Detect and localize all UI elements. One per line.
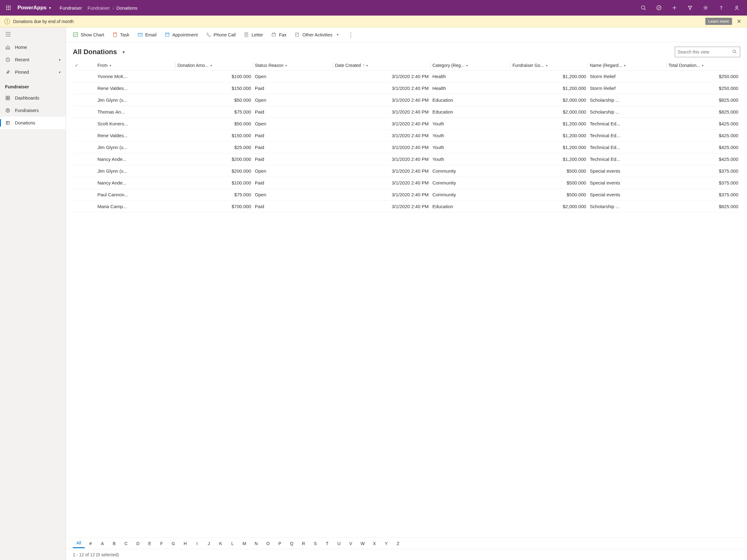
more-commands-button[interactable]: ⋮ bbox=[344, 30, 358, 40]
email-button[interactable]: Email bbox=[134, 30, 160, 39]
alpha-filter-w[interactable]: W bbox=[357, 539, 368, 548]
table-row[interactable]: Paul Cannon...$75.000Open3/1/2020 2:40 P… bbox=[73, 189, 740, 201]
alpha-filter-all[interactable]: All bbox=[73, 538, 85, 548]
row-checkbox[interactable] bbox=[73, 177, 96, 189]
alpha-filter-g[interactable]: G bbox=[168, 539, 179, 548]
column-header-from[interactable]: From▾ bbox=[96, 60, 176, 71]
alpha-filter-b[interactable]: B bbox=[108, 539, 120, 548]
table-row[interactable]: Yvonne McK...$100.000Open3/1/2020 2:40 P… bbox=[73, 71, 740, 82]
settings-button[interactable] bbox=[698, 0, 713, 16]
add-button[interactable] bbox=[667, 0, 682, 16]
cell-category: Education bbox=[431, 201, 511, 212]
row-checkbox[interactable] bbox=[73, 165, 96, 177]
alpha-filter-k[interactable]: K bbox=[215, 539, 227, 548]
search-button[interactable] bbox=[636, 0, 651, 16]
svg-rect-6 bbox=[6, 9, 7, 10]
alpha-filter-t[interactable]: T bbox=[321, 539, 333, 548]
table-row[interactable]: Jim Glynn (s...$50.000Open3/1/2020 2:40 … bbox=[73, 94, 740, 106]
alpha-filter-o[interactable]: O bbox=[262, 539, 274, 548]
breadcrumb-parent[interactable]: Fundraiser bbox=[87, 5, 110, 10]
alpha-filter-z[interactable]: Z bbox=[392, 539, 404, 548]
appointment-button[interactable]: Appointment bbox=[161, 30, 201, 39]
grid-footer: 1 - 12 of 12 (0 selected) bbox=[66, 549, 747, 560]
column-header-status[interactable]: Status Reason▾ bbox=[253, 60, 333, 71]
alpha-filter-c[interactable]: C bbox=[120, 539, 132, 548]
table-row[interactable]: Jim Glynn (s...$25.000Paid3/1/2020 2:40 … bbox=[73, 141, 740, 153]
row-checkbox[interactable] bbox=[73, 106, 96, 118]
phone-call-button[interactable]: Phone Call bbox=[202, 30, 239, 39]
alpha-filter-n[interactable]: N bbox=[250, 539, 262, 548]
table-row[interactable]: Nancy Ande...$100.000Paid3/1/2020 2:40 P… bbox=[73, 177, 740, 189]
alpha-filter-p[interactable]: P bbox=[274, 539, 286, 548]
learn-more-button[interactable]: Learn more bbox=[705, 18, 732, 25]
cell-amount: $100.000 bbox=[176, 177, 253, 189]
sidebar-item-fundraisers[interactable]: Fundraisers bbox=[0, 104, 66, 117]
sidebar-toggle-button[interactable] bbox=[0, 27, 66, 41]
close-notification-button[interactable]: ✕ bbox=[735, 18, 743, 25]
view-search-box[interactable] bbox=[675, 47, 740, 57]
table-row[interactable]: Maria Camp...$700.000Paid3/1/2020 2:40 P… bbox=[73, 201, 740, 212]
table-row[interactable]: Thomas An...$75.000Paid3/1/2020 2:40 PME… bbox=[73, 106, 740, 118]
table-row[interactable]: Rene Valdes...$150.000Paid3/1/2020 2:40 … bbox=[73, 130, 740, 141]
search-input[interactable] bbox=[677, 50, 732, 54]
svg-line-10 bbox=[644, 9, 646, 10]
column-header-total[interactable]: Total Donation...▾ bbox=[667, 60, 740, 71]
row-checkbox[interactable] bbox=[73, 71, 96, 82]
column-header-name[interactable]: Name (Regard...▾ bbox=[588, 60, 667, 71]
email-label: Email bbox=[145, 32, 157, 37]
row-checkbox[interactable] bbox=[73, 118, 96, 130]
alpha-filter-x[interactable]: X bbox=[368, 539, 380, 548]
alpha-filter-u[interactable]: U bbox=[333, 539, 345, 548]
table-row[interactable]: Jim Glynn (s...$200.000Open3/1/2020 2:40… bbox=[73, 165, 740, 177]
column-header-amount[interactable]: Donation Amo...▾ bbox=[176, 60, 253, 71]
table-row[interactable]: Nancy Ande...$200.000Paid3/1/2020 2:40 P… bbox=[73, 153, 740, 165]
select-all-checkbox[interactable]: ✓ bbox=[73, 60, 96, 71]
alpha-filter-l[interactable]: L bbox=[227, 539, 238, 548]
row-checkbox[interactable] bbox=[73, 153, 96, 165]
row-checkbox[interactable] bbox=[73, 141, 96, 153]
help-button[interactable] bbox=[713, 0, 729, 16]
alpha-filter-i[interactable]: I bbox=[191, 539, 203, 548]
alpha-filter-j[interactable]: J bbox=[203, 539, 215, 548]
task-button[interactable]: Task bbox=[109, 30, 133, 39]
column-header-goal[interactable]: Fundraiser Go...▾ bbox=[511, 60, 588, 71]
row-checkbox[interactable] bbox=[73, 94, 96, 106]
sidebar-item-home[interactable]: Home bbox=[0, 41, 66, 54]
sidebar-item-recent[interactable]: Recent ▾ bbox=[0, 54, 66, 66]
sidebar-item-pinned[interactable]: Pinned ▾ bbox=[0, 66, 66, 78]
alpha-filter-a[interactable]: A bbox=[97, 539, 108, 548]
row-checkbox[interactable] bbox=[73, 130, 96, 141]
filter-button[interactable] bbox=[682, 0, 698, 16]
app-name-dropdown[interactable]: PowerApps ▾ bbox=[14, 5, 54, 11]
sidebar-item-donations[interactable]: Donations bbox=[0, 117, 66, 129]
alpha-filter-m[interactable]: M bbox=[238, 539, 250, 548]
other-activities-button[interactable]: Other Activities▾ bbox=[291, 30, 342, 39]
alpha-filter-#[interactable]: # bbox=[85, 539, 97, 548]
row-checkbox[interactable] bbox=[73, 201, 96, 212]
show-chart-button[interactable]: Show Chart bbox=[69, 30, 108, 39]
letter-button[interactable]: Letter bbox=[240, 30, 267, 39]
column-header-category[interactable]: Category (Reg...▾ bbox=[431, 60, 511, 71]
alpha-filter-h[interactable]: H bbox=[179, 539, 191, 548]
alpha-filter-d[interactable]: D bbox=[132, 539, 144, 548]
column-header-date[interactable]: Date Created↑▾ bbox=[333, 60, 431, 71]
row-checkbox[interactable] bbox=[73, 82, 96, 94]
table-row[interactable]: Scott Koners...$50.000Open3/1/2020 2:40 … bbox=[73, 118, 740, 130]
row-checkbox[interactable] bbox=[73, 189, 96, 201]
alpha-filter-r[interactable]: R bbox=[298, 539, 309, 548]
alpha-filter-s[interactable]: S bbox=[309, 539, 321, 548]
breadcrumb-current: Donations bbox=[117, 5, 137, 10]
profile-button[interactable] bbox=[729, 0, 745, 16]
table-row[interactable]: Rene Valdes...$150.000Paid3/1/2020 2:40 … bbox=[73, 82, 740, 94]
alpha-filter-v[interactable]: V bbox=[345, 539, 357, 548]
app-launcher-button[interactable] bbox=[2, 0, 14, 16]
alpha-filter-f[interactable]: F bbox=[156, 539, 168, 548]
view-selector[interactable]: All Donations ▾ bbox=[73, 48, 125, 56]
cell-date: 3/1/2020 2:40 PM bbox=[333, 201, 431, 212]
alpha-filter-e[interactable]: E bbox=[144, 539, 156, 548]
alpha-filter-q[interactable]: Q bbox=[286, 539, 298, 548]
assistant-button[interactable] bbox=[651, 0, 667, 16]
alpha-filter-y[interactable]: Y bbox=[380, 539, 392, 548]
fax-button[interactable]: Fax bbox=[267, 30, 290, 39]
sidebar-item-dashboards[interactable]: Dashboards bbox=[0, 92, 66, 104]
